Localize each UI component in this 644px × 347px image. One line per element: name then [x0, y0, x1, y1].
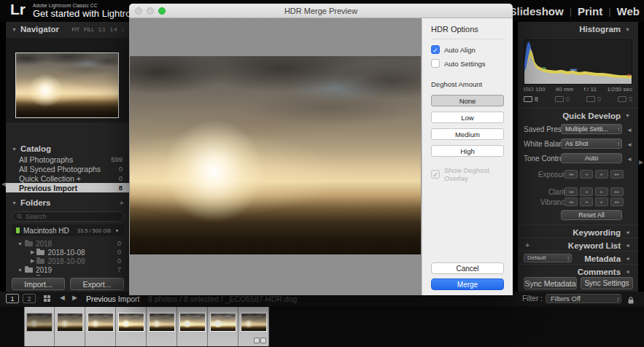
folder-row-2018-10-08[interactable]: ▶ 2018-10-08 0 [6, 248, 130, 257]
catalog-header[interactable]: ▼ Catalog [6, 141, 130, 156]
close-window-icon[interactable] [135, 7, 142, 15]
zoom-fit[interactable]: FIT [72, 27, 80, 32]
histogram-chart[interactable] [524, 39, 632, 85]
filmstrip-thumbnail-6[interactable] [177, 307, 208, 346]
filmstrip-thumbnail-4[interactable] [116, 307, 147, 346]
zoom-stepper-icon[interactable]: ↕ [122, 27, 125, 32]
clarity-plus1-button[interactable]: ▸ [595, 187, 608, 196]
vibrance-plus1-button[interactable]: ▸ [595, 198, 608, 206]
expand-left-icon[interactable]: ◄ [626, 156, 632, 163]
clarity-minus1-button[interactable]: ◂ [580, 187, 593, 196]
thumbnail-image [179, 313, 206, 332]
auto-align-row[interactable]: ✓ Auto Align [431, 45, 504, 54]
cancel-button[interactable]: Cancel [431, 262, 504, 274]
exposure-plus2-button[interactable]: ▸▸ [610, 170, 624, 179]
white-balance-select[interactable]: As Shot↕ [561, 139, 622, 149]
deghost-high-button[interactable]: High [431, 145, 504, 157]
comments-header[interactable]: Comments ◄ [518, 264, 638, 278]
exposure-minus1-button[interactable]: ◂ [580, 170, 593, 179]
merge-button[interactable]: Merge [431, 278, 504, 290]
folder-icon [36, 250, 44, 255]
previous-photo-icon[interactable]: ◄ [58, 293, 66, 302]
auto-settings-row[interactable]: Auto Settings [431, 59, 504, 68]
exposure-plus1-button[interactable]: ▸ [595, 170, 608, 179]
navigator-preview-image[interactable] [15, 52, 119, 118]
edit-badge-icon[interactable] [260, 338, 266, 343]
folder-search-input[interactable]: Search [12, 211, 124, 222]
module-web[interactable]: Web [617, 5, 640, 17]
right-panel-collapse-icon[interactable]: ▶ [639, 159, 643, 165]
next-photo-icon[interactable]: ► [71, 293, 79, 302]
metadata-header[interactable]: Default↕ Metadata ◄ [518, 251, 638, 265]
filmstrip-thumbnail-8[interactable] [238, 307, 269, 346]
import-button[interactable]: Import... [12, 278, 65, 290]
hdr-merge-preview-dialog: HDR Merge Preview HDR Options ✓ Auto Ali… [129, 4, 513, 295]
zoom-1-4[interactable]: 1:4 [110, 27, 117, 32]
add-keyword-button[interactable]: + [525, 241, 529, 249]
folder-row-2019[interactable]: ▼ 2019 7 [6, 265, 130, 274]
add-folder-button[interactable]: + [120, 198, 124, 207]
filmstrip-thumbnail-7[interactable] [208, 307, 238, 346]
catalog-item-all-synced[interactable]: All Synced Photographs 0 [6, 164, 130, 174]
reset-all-button[interactable]: Reset All [561, 210, 622, 220]
main-window-button[interactable]: 1 [6, 294, 19, 303]
clarity-minus2-button[interactable]: ◂◂ [565, 187, 578, 196]
histogram-header[interactable]: Histogram ▼ [518, 22, 638, 36]
navigator-header[interactable]: ▼ Navigator FIT FILL 1:1 1:4 ↕ [6, 22, 130, 36]
folder-row-2018[interactable]: ▼ 2018 0 [6, 239, 130, 248]
secondary-window-button[interactable]: 2 [23, 294, 36, 303]
auto-align-checkbox[interactable]: ✓ [431, 45, 440, 54]
filter-select[interactable]: Filters Off↕ [546, 294, 621, 303]
select-stepper-icon: ↕ [617, 125, 620, 134]
catalog-item-previous-import[interactable]: Previous Import 8 [6, 183, 130, 192]
twirl-icon[interactable]: ▶ [31, 249, 34, 255]
auto-tone-button[interactable]: Auto [561, 153, 622, 163]
twirl-down-icon[interactable]: ▼ [115, 228, 120, 233]
grid-view-icon[interactable] [44, 295, 50, 302]
stack-badge-icon[interactable] [254, 338, 260, 343]
catalog-item-quick-collection[interactable]: Quick Collection + 0 [6, 174, 130, 183]
twirl-icon[interactable]: ▶ [31, 258, 34, 264]
deghost-low-button[interactable]: Low [431, 112, 504, 123]
exposure-minus2-button[interactable]: ◂◂ [565, 170, 578, 179]
deghost-none-button[interactable]: None [431, 95, 504, 106]
expand-left-icon[interactable]: ◄ [626, 141, 632, 148]
dialog-titlebar[interactable]: HDR Merge Preview [129, 4, 513, 18]
expand-left-icon[interactable]: ◄ [626, 127, 632, 133]
filmstrip-thumbnail-1[interactable] [24, 307, 55, 346]
minimize-window-icon[interactable] [147, 7, 154, 15]
keywording-header[interactable]: Keywording ◄ [518, 225, 638, 239]
module-print[interactable]: Print [578, 5, 602, 17]
vibrance-plus2-button[interactable]: ▸▸ [610, 198, 624, 206]
metadata-title: Metadata [584, 254, 621, 263]
saved-preset-select[interactable]: Multiple Setti...↕ [561, 124, 622, 134]
metadata-preset-select[interactable]: Default↕ [524, 254, 572, 262]
merge-preview-area [129, 18, 422, 295]
filmstrip-thumbnail-2[interactable] [55, 307, 85, 346]
deghost-medium-button[interactable]: Medium [431, 128, 504, 140]
export-button[interactable]: Export... [70, 278, 124, 290]
zoom-fill[interactable]: FILL [84, 27, 94, 32]
quick-develop-header[interactable]: Quick Develop ▼ [518, 108, 638, 122]
filmstrip-thumbnail-3[interactable] [85, 307, 116, 346]
filmstrip-thumbnail-5[interactable] [147, 307, 177, 346]
twirl-icon[interactable]: ▼ [18, 268, 23, 273]
clarity-plus2-button[interactable]: ▸▸ [610, 187, 624, 196]
module-slideshow[interactable]: Slideshow [509, 5, 563, 17]
show-deghost-overlay-row: ✓ Show Deghost Overlay [431, 166, 504, 182]
folders-header[interactable]: ▼ Folders + [6, 195, 130, 210]
vibrance-minus1-button[interactable]: ◂ [580, 198, 593, 206]
twirl-icon[interactable]: ▼ [18, 241, 23, 246]
keyword-list-header[interactable]: + Keyword List ◄ [518, 238, 638, 252]
folder-row-2018-10-09[interactable]: ▶ 2018-10-09 0 [6, 257, 130, 265]
auto-settings-checkbox[interactable] [431, 59, 440, 68]
zoom-window-icon[interactable] [158, 7, 166, 15]
filmstrip-source-label[interactable]: Previous Import [86, 295, 140, 303]
vibrance-minus2-button[interactable]: ◂◂ [565, 198, 578, 206]
sync-metadata-button[interactable]: Sync Metadata [524, 277, 577, 289]
folder-icon [36, 259, 44, 264]
volume-row[interactable]: Macintosh HD 33.5 / 500 GB ▼ [12, 225, 124, 236]
catalog-item-all-photographs[interactable]: All Photographs 599 [6, 155, 130, 164]
sync-settings-button[interactable]: Sync Settings [581, 277, 633, 289]
zoom-1-1[interactable]: 1:1 [98, 27, 106, 32]
